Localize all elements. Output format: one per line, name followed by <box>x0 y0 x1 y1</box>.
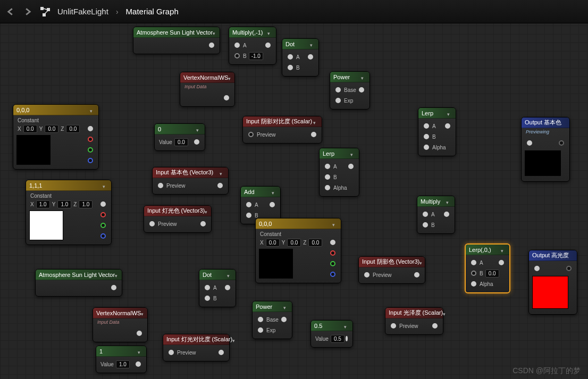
chevron-down-icon[interactable] <box>103 183 108 188</box>
pin-out[interactable] <box>281 317 287 322</box>
pin-b[interactable] <box>330 272 335 277</box>
pin-base[interactable] <box>335 87 341 92</box>
chevron-down-icon[interactable] <box>350 151 356 156</box>
node-multiply[interactable]: Multiply A B <box>417 196 455 234</box>
chevron-down-icon[interactable] <box>90 107 95 113</box>
pin-g[interactable] <box>330 261 335 266</box>
pin-in[interactable] <box>364 272 369 277</box>
value-input[interactable]: 0.5 <box>331 335 345 343</box>
chevron-down-icon[interactable] <box>361 74 366 80</box>
value-input[interactable]: 1.0 <box>116 360 130 368</box>
pin-b[interactable] <box>100 233 106 239</box>
pin-out[interactable] <box>432 323 438 329</box>
node-vertex-normal-ws[interactable]: VertexNormalWS Input Data <box>93 307 148 342</box>
pin-out[interactable] <box>88 126 93 131</box>
node-lerp[interactable]: Lerp A B Alpha <box>418 107 456 156</box>
pin-out[interactable] <box>265 43 271 48</box>
pin-g[interactable] <box>100 223 106 228</box>
pin-a[interactable] <box>288 54 293 60</box>
chevron-down-icon[interactable] <box>227 272 232 277</box>
chevron-down-icon[interactable] <box>196 127 201 132</box>
pin-out[interactable] <box>444 212 449 217</box>
pin-a[interactable] <box>234 43 240 48</box>
back-button[interactable] <box>5 6 16 17</box>
pin-alpha[interactable] <box>471 281 476 287</box>
chevron-down-icon[interactable] <box>213 30 216 35</box>
pin-b[interactable] <box>234 53 240 58</box>
chevron-down-icon[interactable] <box>138 349 143 354</box>
x-input[interactable]: 0.0 <box>266 239 280 247</box>
pin-b[interactable] <box>424 134 429 139</box>
node-input-shadow-contrast[interactable]: Input 阴影对比度 (Scalar) Preview <box>242 116 322 144</box>
y-input[interactable]: 0.0 <box>45 125 58 133</box>
pin-a[interactable] <box>423 212 428 217</box>
node-scalar-05[interactable]: 0.5 Value0.5 <box>310 320 353 348</box>
pin-base[interactable] <box>258 317 263 322</box>
chevron-down-icon[interactable] <box>220 170 225 175</box>
pin-in[interactable] <box>527 140 532 146</box>
pin-out[interactable] <box>200 221 206 226</box>
node-constant-000[interactable]: 0,0,0 Constant X0.0 Y0.0 Z0.0 <box>13 104 99 170</box>
pin-in[interactable] <box>391 323 396 329</box>
pin-in[interactable] <box>158 183 163 188</box>
pin-alpha[interactable] <box>325 185 330 190</box>
z-input[interactable]: 0.0 <box>66 125 80 133</box>
chevron-down-icon[interactable] <box>446 199 451 204</box>
node-atmosphere-sun-light-vector[interactable]: Atmosphere Sun Light Vector <box>133 27 220 54</box>
pin-out[interactable] <box>330 240 335 245</box>
forward-button[interactable] <box>22 6 33 17</box>
y-input[interactable]: 0.0 <box>287 239 301 247</box>
pin-out[interactable] <box>225 285 230 290</box>
pin-out[interactable] <box>100 201 106 207</box>
node-vertex-normal-ws[interactable]: VertexNormalWS Input Data <box>180 72 235 107</box>
pin-alpha[interactable] <box>424 145 429 150</box>
pin-r[interactable] <box>330 250 335 256</box>
pin-a[interactable] <box>246 202 251 207</box>
node-power[interactable]: Power Base Exp <box>330 71 370 110</box>
value-input[interactable]: -1.0 <box>249 52 263 60</box>
pin-a[interactable] <box>471 260 476 265</box>
chevron-down-icon[interactable] <box>267 30 273 35</box>
node-multiply-neg1[interactable]: Multiply(,-1) A B-1.0 <box>229 27 276 65</box>
pin-out[interactable] <box>311 132 316 137</box>
node-lerp[interactable]: Lerp A B Alpha <box>319 148 359 197</box>
node-output-base[interactable]: Output 基本色 Previewing <box>521 117 570 182</box>
pin-b[interactable] <box>246 213 251 218</box>
pin-out[interactable] <box>270 202 275 207</box>
pin-out[interactable] <box>219 350 224 355</box>
node-power[interactable]: Power Base Exp <box>252 301 292 339</box>
z-input[interactable]: 1.0 <box>79 200 93 208</box>
pin-out[interactable] <box>136 361 141 367</box>
pin-out[interactable] <box>445 123 450 129</box>
pin-in[interactable] <box>169 350 174 355</box>
pin-out[interactable] <box>499 260 504 265</box>
node-output-spec[interactable]: Output 高光度 <box>528 250 577 315</box>
value-input[interactable]: 0.0 <box>485 269 499 277</box>
value-input[interactable]: 0.0 <box>174 138 188 146</box>
pin-r[interactable] <box>100 212 106 217</box>
chevron-down-icon[interactable] <box>447 111 452 116</box>
pin-r[interactable] <box>88 137 93 142</box>
node-scalar-1[interactable]: 1 Value1.0 <box>96 346 147 373</box>
pin-a[interactable] <box>325 164 330 169</box>
chevron-down-icon[interactable] <box>419 259 422 265</box>
node-input-base[interactable]: Input 基本色 (Vector3) Preview <box>152 167 229 195</box>
chevron-down-icon[interactable] <box>332 221 338 226</box>
chevron-down-icon[interactable] <box>313 119 318 124</box>
x-input[interactable]: 1.0 <box>36 200 50 208</box>
node-atmosphere-sun-light-vector[interactable]: Atmosphere Sun Light Vector <box>35 269 122 297</box>
pin-b[interactable] <box>471 271 476 276</box>
chevron-down-icon[interactable] <box>501 247 506 252</box>
breadcrumb-sub[interactable]: Material Graph <box>126 7 179 16</box>
pin-exp[interactable] <box>258 327 263 333</box>
pin-a[interactable] <box>205 285 210 290</box>
node-constant-000[interactable]: 0,0,0 Constant X0.0 Y0.0 Z0.0 <box>255 218 341 283</box>
chevron-down-icon[interactable] <box>310 41 315 47</box>
pin-out[interactable] <box>566 266 572 271</box>
chevron-down-icon[interactable] <box>228 75 231 80</box>
pin-out[interactable] <box>414 272 419 277</box>
pin-out[interactable] <box>194 139 199 145</box>
chevron-down-icon[interactable] <box>115 272 119 277</box>
chevron-down-icon[interactable] <box>283 304 289 309</box>
pin-b[interactable] <box>288 65 293 70</box>
